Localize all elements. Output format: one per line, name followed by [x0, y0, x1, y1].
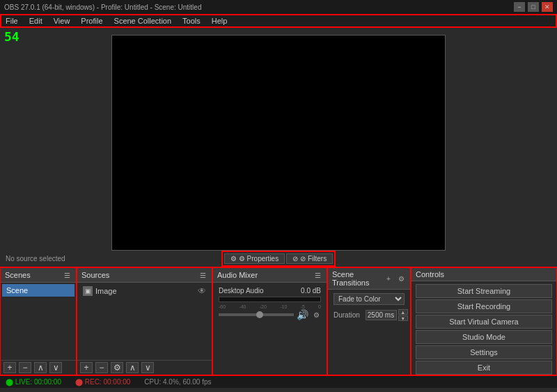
menu-scene-collection[interactable]: Scene Collection [109, 14, 178, 27]
duration-input[interactable] [366, 310, 397, 320]
rec-indicator: ⬤ REC: 00:00:00 [75, 378, 130, 386]
transition-duration-row: Duration ▲ ▼ [329, 307, 409, 323]
controls-title: Controls [416, 270, 444, 279]
menu-file[interactable]: File [0, 14, 24, 27]
filters-label: ⊘ Filters [300, 255, 327, 262]
scenes-header: Scenes ☰ [1, 268, 76, 283]
bottom-status-bar: ⬤ LIVE: 00:00:00 ⬤ REC: 00:00:00 CPU: 4.… [0, 375, 557, 388]
transitions-add-icon[interactable]: + [384, 274, 393, 283]
start-virtual-camera-button[interactable]: Start Virtual Camera [416, 315, 552, 329]
properties-button[interactable]: ⚙ ⚙ Properties [224, 253, 285, 264]
transitions-content: Fade to Color Duration ▲ ▼ [328, 290, 410, 375]
sources-panel: Sources ☰ ▣ Image 👁 + − ⚙ ∧ ∨ [77, 267, 212, 375]
properties-label: ⚙ Properties [239, 255, 278, 262]
audio-db-value: 0.0 dB [301, 287, 321, 295]
menu-help[interactable]: Help [206, 14, 233, 27]
scenes-panel: Scenes ☰ Scene + − ∧ ∨ [0, 267, 77, 375]
transitions-header: Scene Transitions + ⚙ [328, 268, 410, 290]
duration-spinner: ▲ ▼ [398, 309, 408, 321]
no-source-label: No source selected [6, 255, 223, 262]
source-eye-icon[interactable]: 👁 [198, 286, 206, 296]
status-bar: No source selected ⚙ ⚙ Properties ⊘ ⊘ Fi… [0, 251, 557, 266]
rec-label: ⬤ REC: [75, 378, 102, 386]
audio-header: Audio Mixer ☰ [213, 268, 327, 283]
sources-header: Sources ☰ [77, 268, 212, 283]
gear-icon: ⚙ [230, 255, 237, 262]
audio-track-name: Desktop Audio [219, 287, 264, 295]
scenes-down-button[interactable]: ∨ [49, 362, 62, 373]
transition-type-select[interactable]: Fade to Color [334, 293, 405, 305]
audio-controls: 🔊 ⚙ [219, 309, 321, 320]
settings-button[interactable]: Settings [416, 345, 552, 359]
minimize-button[interactable]: − [514, 2, 525, 12]
audio-panel: Audio Mixer ☰ Desktop Audio 0.0 dB -60 -… [212, 267, 327, 375]
sources-add-button[interactable]: + [80, 362, 93, 373]
audio-meter-ticks: -60 -40 -20 -10 -5 0 [219, 304, 321, 309]
scenes-title: Scenes [5, 271, 31, 279]
transitions-panel: Scene Transitions + ⚙ Fade to Color Dura… [327, 267, 411, 375]
duration-up-button[interactable]: ▲ [398, 309, 408, 315]
sources-up-button[interactable]: ∧ [126, 362, 139, 373]
exit-button[interactable]: Exit [416, 361, 552, 375]
sources-remove-button[interactable]: − [95, 362, 108, 373]
audio-track-desktop: Desktop Audio 0.0 dB -60 -40 -20 -10 -5 … [214, 284, 325, 323]
scenes-footer: + − ∧ ∨ [1, 360, 76, 375]
volume-slider[interactable] [219, 313, 294, 316]
maximize-button[interactable]: □ [528, 2, 539, 12]
audio-menu-icon[interactable]: ☰ [313, 270, 322, 280]
scenes-add-button[interactable]: + [3, 362, 16, 373]
audio-settings-icon[interactable]: ⚙ [311, 310, 321, 320]
controls-content: Start Streaming Start Recording Start Vi… [411, 281, 556, 375]
transitions-settings-icon[interactable]: ⚙ [396, 274, 406, 283]
transitions-title: Scene Transitions [332, 270, 384, 287]
sources-settings-button[interactable]: ⚙ [111, 362, 123, 373]
transitions-header-icons: + ⚙ [384, 274, 406, 283]
scenes-remove-button[interactable]: − [19, 362, 31, 373]
sources-down-button[interactable]: ∨ [141, 362, 154, 373]
menu-view[interactable]: View [48, 14, 76, 27]
controls-panel: Controls Start Streaming Start Recording… [411, 267, 557, 375]
audio-track-header: Desktop Audio 0.0 dB [219, 287, 321, 295]
studio-mode-button[interactable]: Studio Mode [416, 330, 552, 344]
live-time: 00:00:00 [34, 378, 61, 386]
sources-header-icons: ☰ [198, 270, 207, 280]
live-label: ⬤ LIVE: [6, 378, 32, 386]
scenes-up-button[interactable]: ∧ [34, 362, 47, 373]
scenes-content: Scene [1, 283, 76, 360]
filter-icon: ⊘ [292, 255, 298, 262]
rec-time: 00:00:00 [103, 378, 130, 386]
cpu-info: CPU: 4.0%, 60.00 fps [144, 378, 211, 386]
menu-profile[interactable]: Profile [75, 14, 108, 27]
sources-title: Sources [81, 271, 109, 279]
menu-tools[interactable]: Tools [177, 14, 206, 27]
sources-content: ▣ Image 👁 [77, 283, 212, 360]
start-recording-button[interactable]: Start Recording [416, 299, 552, 313]
close-button[interactable]: ✕ [542, 2, 553, 12]
title-bar: OBS 27.0.1 (64-bit, windows) - Profile: … [0, 0, 557, 14]
menu-edit[interactable]: Edit [24, 14, 48, 27]
scenes-header-icons: ☰ [62, 270, 72, 280]
source-item[interactable]: ▣ Image 👁 [79, 284, 210, 298]
window-controls: − □ ✕ [514, 2, 553, 12]
scene-item[interactable]: Scene [2, 284, 74, 297]
panels-container: Scenes ☰ Scene + − ∧ ∨ Sources ☰ ▣ Image [0, 267, 557, 375]
source-name: Image [95, 287, 117, 295]
scenes-menu-icon[interactable]: ☰ [62, 270, 72, 280]
properties-filters-group: ⚙ ⚙ Properties ⊘ ⊘ Filters [223, 253, 334, 265]
filters-button[interactable]: ⊘ ⊘ Filters [286, 253, 333, 264]
audio-meter [219, 297, 321, 302]
preview-screen [111, 35, 446, 251]
audio-content: Desktop Audio 0.0 dB -60 -40 -20 -10 -5 … [213, 283, 327, 375]
duration-input-group: ▲ ▼ [366, 309, 408, 321]
title-text: OBS 27.0.1 (64-bit, windows) - Profile: … [4, 3, 201, 11]
duration-label: Duration [334, 311, 360, 319]
sources-footer: + − ⚙ ∧ ∨ [77, 360, 212, 375]
sources-menu-icon[interactable]: ☰ [198, 270, 207, 280]
start-streaming-button[interactable]: Start Streaming [416, 284, 552, 298]
menu-bar: File Edit View Profile Scene Collection … [0, 14, 557, 28]
controls-header: Controls [411, 268, 556, 281]
fps-counter: 54 [4, 29, 19, 44]
duration-down-button[interactable]: ▼ [398, 315, 408, 321]
audio-header-icons: ☰ [313, 270, 322, 280]
volume-icon[interactable]: 🔊 [297, 309, 308, 320]
